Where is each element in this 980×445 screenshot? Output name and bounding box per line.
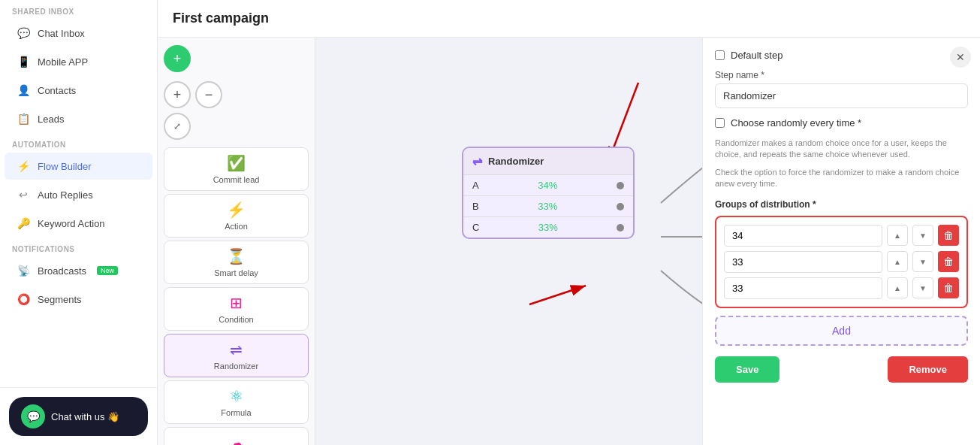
fit-button[interactable]: ⤢: [164, 113, 191, 140]
tool-action[interactable]: ⚡ Action: [164, 194, 309, 238]
tool-smart-delay[interactable]: ⏳ Smart delay: [164, 241, 309, 284]
dist-up-0[interactable]: ▲: [887, 225, 908, 246]
dist-delete-2[interactable]: 🗑: [938, 277, 959, 298]
hint-text-2: Check the option to force the randomizer…: [715, 167, 968, 190]
tool-commit-lead[interactable]: ✅ Commit lead: [164, 147, 309, 191]
tool-condition[interactable]: ⊞ Condition: [164, 287, 309, 331]
contacts-icon: 👤: [17, 83, 30, 97]
add-button[interactable]: +: [164, 45, 191, 72]
broadcasts-badge: New: [97, 266, 118, 275]
dist-row-0: ▲ ▼ 🗑: [724, 225, 959, 247]
dist-delete-0[interactable]: 🗑: [938, 225, 959, 246]
canvas[interactable]: ⇌ Randomizer A 34% B 33% C: [315, 38, 702, 445]
sidebar-item-segments[interactable]: ⭕ Segments: [5, 286, 152, 313]
sidebar-item-auto-replies[interactable]: ↩ Auto Replies: [5, 181, 152, 208]
chat-inbox-icon: 💬: [17, 26, 30, 40]
chat-with-us-button[interactable]: 💬 Chat with us 👋: [9, 397, 148, 436]
randomizer-node[interactable]: ⇌ Randomizer A 34% B 33% C: [462, 147, 635, 239]
dist-row-1: ▲ ▼ 🗑: [724, 251, 959, 273]
http-request-icon: ☁: [229, 434, 244, 445]
main-content: First campaign + + − ⤢ ✅ Commit lead: [158, 0, 980, 445]
hint-text-1: Randomizer makes a random choice once fo…: [715, 138, 968, 161]
dist-down-2[interactable]: ▼: [912, 277, 933, 298]
dist-row-2: ▲ ▼ 🗑: [724, 277, 959, 299]
segments-icon: ⭕: [17, 292, 30, 306]
dot-b: [617, 203, 624, 210]
default-step-row: Default step: [715, 50, 968, 61]
mobile-app-icon: 📱: [17, 55, 30, 68]
sidebar-item-leads[interactable]: 📋 Leads: [5, 105, 152, 132]
tool-randomizer[interactable]: ⇌ Randomizer: [164, 334, 309, 377]
choose-randomly-label: Choose randomly every time *: [731, 117, 861, 129]
distribution-group: ▲ ▼ 🗑 ▲ ▼ 🗑 ▲ ▼ 🗑: [715, 216, 968, 308]
sidebar-bottom: 💬 Chat with us 👋: [0, 387, 157, 445]
close-button[interactable]: ✕: [950, 47, 971, 68]
leads-icon: 📋: [17, 112, 30, 126]
action-icon: ⚡: [227, 201, 246, 219]
sidebar-item-chat-inbox[interactable]: 💬 Chat Inbox: [5, 20, 152, 47]
dist-input-1[interactable]: [724, 251, 882, 273]
sidebar-item-contacts[interactable]: 👤 Contacts: [5, 77, 152, 104]
dist-up-1[interactable]: ▲: [887, 251, 908, 272]
dist-input-2[interactable]: [724, 277, 882, 299]
auto-replies-icon: ↩: [17, 188, 30, 201]
automation-title: AUTOMATION: [0, 133, 157, 152]
flow-builder-icon: ⚡: [17, 159, 30, 173]
step-name-label: Step name *: [715, 70, 968, 80]
step-name-input[interactable]: [715, 83, 968, 108]
zoom-out-button[interactable]: −: [195, 81, 222, 108]
formula-icon: ⚛: [230, 387, 243, 405]
commit-lead-icon: ✅: [227, 154, 246, 172]
dist-delete-1[interactable]: 🗑: [938, 251, 959, 272]
sidebar: SHARED INBOX 💬 Chat Inbox 📱 Mobile APP 👤…: [0, 0, 158, 445]
tool-controls: + + − ⤢: [164, 45, 309, 140]
dist-input-0[interactable]: [724, 225, 882, 247]
tool-http-request[interactable]: ☁ HTTP-request: [164, 427, 309, 445]
randomizer-row-b: B 33%: [463, 195, 633, 216]
dot-a: [617, 182, 624, 189]
smart-delay-icon: ⏳: [227, 247, 246, 265]
chat-circle-icon: 💬: [21, 404, 45, 428]
right-panel: ✕ Default step Step name * Choose random…: [702, 38, 980, 445]
page-title: First campaign: [158, 0, 980, 38]
randomizer-icon: ⇌: [230, 341, 243, 359]
broadcasts-icon: 📡: [17, 264, 30, 277]
red-arrows-svg: [315, 38, 702, 445]
tool-formula[interactable]: ⚛ Formula: [164, 380, 309, 424]
groups-label: Groups of distribution *: [715, 199, 968, 210]
dist-down-1[interactable]: ▼: [912, 251, 933, 272]
sidebar-item-keyword-action[interactable]: 🔑 Keyword Action: [5, 210, 152, 237]
default-step-label: Default step: [731, 50, 782, 61]
tool-sidebar: + + − ⤢ ✅ Commit lead ⚡ Action ⏳ S: [158, 38, 315, 445]
footer-buttons: Save Remove: [715, 356, 968, 383]
remove-button[interactable]: Remove: [888, 356, 968, 383]
keyword-action-icon: 🔑: [17, 216, 30, 230]
randomizer-header: ⇌ Randomizer: [463, 148, 633, 174]
sidebar-item-broadcasts[interactable]: 📡 Broadcasts New: [5, 257, 152, 284]
canvas-inner: ⇌ Randomizer A 34% B 33% C: [315, 38, 702, 445]
save-button[interactable]: Save: [715, 356, 779, 383]
dist-up-2[interactable]: ▲: [887, 277, 908, 298]
choose-randomly-checkbox[interactable]: [715, 118, 725, 128]
shared-inbox-title: SHARED INBOX: [0, 0, 157, 19]
sidebar-item-flow-builder[interactable]: ⚡ Flow Builder: [5, 153, 152, 180]
add-distribution-button[interactable]: Add: [715, 316, 968, 346]
zoom-in-button[interactable]: +: [164, 81, 191, 108]
default-step-checkbox[interactable]: [715, 50, 725, 60]
dist-down-0[interactable]: ▼: [912, 225, 933, 246]
notifications-title: NOTIFICATIONS: [0, 238, 157, 256]
choose-randomly-row: Choose randomly every time *: [715, 117, 968, 129]
connectors-svg: [315, 38, 702, 445]
randomizer-row-c: C 33%: [463, 216, 633, 238]
randomizer-node-icon: ⇌: [472, 154, 482, 168]
sidebar-item-mobile-app[interactable]: 📱 Mobile APP: [5, 48, 152, 75]
dot-c: [617, 224, 624, 232]
condition-icon: ⊞: [230, 294, 243, 312]
randomizer-row-a: A 34%: [463, 174, 633, 195]
content-area: + + − ⤢ ✅ Commit lead ⚡ Action ⏳ S: [158, 38, 980, 445]
